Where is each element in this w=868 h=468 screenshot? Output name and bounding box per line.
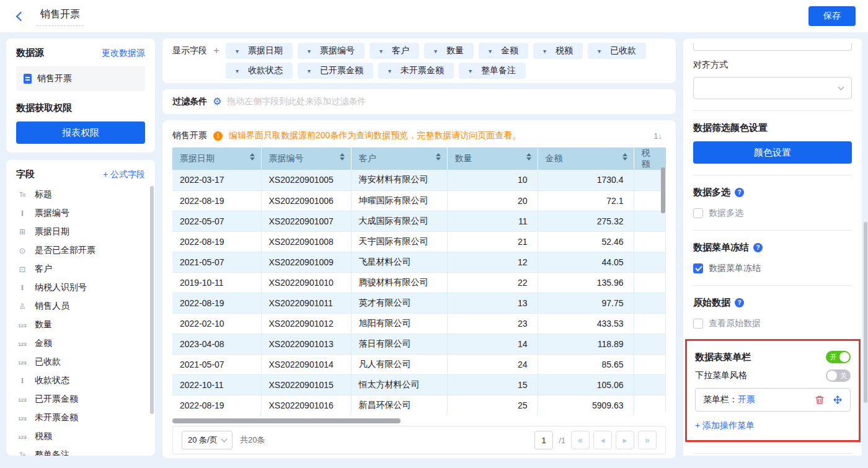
column-header[interactable]: 税额 (634, 148, 666, 170)
field-item[interactable]: 票据编号 (16, 204, 145, 223)
data-table: 票据日期 票据编号 客户 (172, 148, 666, 416)
color-settings-button[interactable]: 颜色设置 (693, 141, 852, 164)
field-chip[interactable]: 数量 (424, 43, 474, 59)
field-item[interactable]: 纳税人识别号 (16, 278, 145, 297)
field-chip[interactable]: 收款状态 (226, 63, 293, 79)
cell-qty: 20 (447, 190, 538, 211)
cell-tax (634, 252, 666, 272)
table-row[interactable]: 2022-02-10 XS20220901012 旭阳有限公司 23 433.5… (172, 313, 666, 333)
table-row[interactable]: 2022-10-11 XS20220901015 恒太方材料公司 15 105.… (172, 374, 666, 395)
menu-bar-toggle[interactable]: 开 (826, 351, 851, 363)
column-header[interactable]: 票据编号 (261, 148, 351, 170)
save-button[interactable]: 保存 (808, 6, 856, 26)
field-item-label: 已开票金额 (35, 394, 78, 405)
datasource-item[interactable]: 销售开票 (16, 66, 145, 91)
raw-data-checkbox[interactable] (693, 319, 703, 329)
field-item-label: 税额 (35, 431, 52, 442)
cell-customer: 落日有限公司 (351, 333, 447, 354)
column-header-label: 客户 (359, 153, 376, 163)
field-item[interactable]: 是否已全部开票 (16, 241, 145, 260)
table-row[interactable]: 2021-05-07 XS20220901009 飞星材料公司 12 44.05 (172, 252, 666, 272)
table-row[interactable]: 2022-05-07 XS20220901007 大成国际有限公司 11 275… (172, 211, 666, 231)
window-scrollbar[interactable] (864, 222, 867, 403)
report-permission-button[interactable]: 报表权限 (16, 121, 145, 144)
field-chip[interactable]: 未开票金额 (378, 63, 454, 79)
field-type-icon (16, 413, 29, 422)
cell-tax (634, 374, 666, 395)
field-chip[interactable]: 客户 (370, 43, 419, 59)
column-header[interactable]: 金额 (538, 148, 634, 170)
field-item[interactable]: 票据日期 (16, 223, 145, 241)
dropdown-style-label: 下拉菜单风格 (695, 370, 747, 381)
fields-scrollbar[interactable] (150, 186, 154, 414)
table-row[interactable]: 2022-03-17 XS20220901005 海安材料有限公司 10 173… (172, 170, 666, 190)
display-field-chips: 票据日期 票据编号 客户 数量 (226, 43, 666, 79)
multi-select-checkbox[interactable] (693, 208, 703, 218)
total-count: 共20条 (240, 435, 265, 446)
prev-page-button[interactable]: ◂ (593, 431, 612, 449)
field-item[interactable]: 收款状态 (16, 371, 145, 390)
menu-freeze-checkbox[interactable] (693, 263, 703, 273)
sort-order-icon[interactable]: 1↓ (650, 130, 666, 142)
cell-customer: 腾骏材料有限公司 (351, 272, 447, 293)
field-item-label: 未开票金额 (35, 412, 78, 423)
page-number-input[interactable]: 1 (534, 431, 553, 449)
field-chip[interactable]: 票据日期 (226, 43, 293, 59)
field-item[interactable]: 整单备注 (16, 446, 145, 456)
column-header[interactable]: 票据日期 (172, 148, 261, 170)
table-row[interactable]: 2023-04-08 XS20220901013 落日有限公司 14 118.8… (172, 333, 666, 354)
main-layout: 数据源 更改数据源 销售开票 数据获取权限 报表权限 字段 + 公式字段 标题 (0, 32, 868, 462)
field-chip[interactable]: 金额 (479, 43, 528, 59)
page-size-select[interactable]: 20 条/页 (182, 431, 232, 449)
field-chip[interactable]: 已收款 (588, 43, 646, 59)
field-item[interactable]: 已收款 (16, 353, 145, 371)
add-display-field-icon[interactable]: + (213, 45, 219, 57)
help-icon[interactable]: ? (753, 243, 763, 252)
align-select[interactable] (693, 77, 852, 99)
cell-qty: 24 (447, 354, 538, 374)
field-chip[interactable]: 票据编号 (298, 43, 365, 59)
table-row[interactable]: 2022-08-19 XS20220901011 英才有限公司 13 97.75 (172, 293, 666, 313)
align-label: 对齐方式 (693, 60, 852, 71)
field-type-icon (16, 432, 29, 441)
field-item[interactable]: 客户 (16, 260, 145, 278)
table-row[interactable]: 2019-10-11 XS20220901010 腾骏材料有限公司 22 135… (172, 272, 666, 293)
total-pages: /1 (559, 436, 565, 445)
dropdown-style-toggle[interactable]: 关 (826, 369, 851, 382)
cell-customer: 凡人有限公司 (351, 354, 447, 374)
field-item[interactable]: 未开票金额 (16, 408, 145, 427)
trash-icon[interactable] (815, 395, 825, 405)
field-item[interactable]: 数量 (16, 316, 145, 334)
column-header[interactable]: 数量 (447, 148, 538, 170)
field-chip[interactable]: 整单备注 (459, 63, 526, 79)
last-page-button[interactable]: » (638, 431, 657, 449)
gear-icon[interactable] (213, 97, 221, 107)
field-chip[interactable]: 税额 (533, 43, 583, 59)
table-row[interactable]: 2022-08-19 XS20220901006 坤曜国际有限公司 20 72.… (172, 190, 666, 211)
add-formula-field-link[interactable]: + 公式字段 (103, 169, 145, 180)
table-vertical-scrollbar[interactable] (661, 167, 665, 213)
field-item[interactable]: 标题 (16, 185, 145, 204)
first-page-button[interactable]: « (571, 431, 590, 449)
add-action-menu-link[interactable]: + 添加操作菜单 (695, 420, 851, 431)
table-row[interactable]: 2021-05-07 XS20220901014 凡人有限公司 24 85.65 (172, 354, 666, 374)
help-icon[interactable]: ? (735, 188, 744, 197)
field-item[interactable]: 销售人员 (16, 297, 145, 316)
back-icon[interactable] (16, 11, 26, 21)
field-item[interactable]: 税额 (16, 427, 145, 446)
move-icon[interactable] (833, 395, 843, 405)
cell-customer: 旭阳有限公司 (351, 313, 447, 333)
change-datasource-link[interactable]: 更改数据源 (102, 48, 145, 59)
sort-arrows-icon (340, 153, 345, 161)
field-chip[interactable]: 已开票金额 (298, 63, 373, 79)
column-header[interactable]: 客户 (351, 148, 447, 170)
help-icon[interactable]: ? (735, 298, 744, 307)
next-page-button[interactable]: ▸ (616, 431, 634, 449)
field-item[interactable]: 已开票金额 (16, 390, 145, 408)
cell-date: 2022-08-19 (172, 190, 261, 211)
table-card: 销售开票 ! 编辑界面只取数据源前200条作为查询数据预览，完整数据请访问页面查… (162, 120, 676, 458)
field-item[interactable]: 金额 (16, 334, 145, 353)
table-horizontal-scrollbar[interactable] (172, 418, 401, 423)
table-row[interactable]: 2022-08-19 XS20220901008 天宇国际有限公司 21 52.… (172, 231, 666, 252)
sort-arrows-icon (526, 153, 531, 161)
